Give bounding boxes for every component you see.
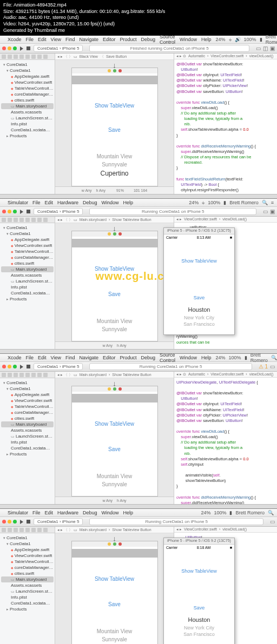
- assistant-editor[interactable]: ◂ ▸ ⊙ Automatic › ViewController.swift ›…: [174, 53, 277, 194]
- nav-storyboard[interactable]: Main.storyboard: [1, 421, 54, 427]
- city-picker[interactable]: Mountain View Sunnyvale: [72, 624, 157, 644]
- interface-builder[interactable]: ◂ ▸ 〈 〉 ▭ Main.storyboard › Show Tablevi…: [55, 527, 174, 644]
- menu-item[interactable]: File: [32, 510, 41, 515]
- nav-products[interactable]: Products: [1, 296, 54, 302]
- size-class-bar[interactable]: w Any h Any: [55, 497, 174, 504]
- editor-mode-icon[interactable]: ▭: [270, 364, 275, 370]
- ib-jumpbar[interactable]: ◂ ▸ 〈 〉 ▭ Main.storyboard › Show Tablevi…: [55, 527, 174, 533]
- assistant-icon[interactable]: ◫: [263, 45, 268, 51]
- nav-launchscreen[interactable]: LaunchScreen.storyboard: [1, 588, 54, 594]
- nav-file[interactable]: cities.swift: [1, 260, 54, 266]
- show-tableview-button[interactable]: Show TableView: [72, 264, 157, 274]
- nav-products[interactable]: Products: [1, 133, 54, 139]
- save-button[interactable]: Save: [72, 289, 157, 299]
- search-icon[interactable]: 🔍: [271, 355, 277, 360]
- menu-item[interactable]: View: [51, 355, 61, 360]
- nav-launchscreen[interactable]: LaunchScreen.storyboard: [1, 115, 54, 121]
- project-navigator[interactable]: CoreData1 CoreData1 AppDelegate.swift Vi…: [0, 527, 55, 644]
- mac-menubar[interactable]: Simulator File Edit Hardware Debug Windo…: [0, 199, 277, 207]
- sim-show-button[interactable]: Show TableView: [164, 256, 234, 266]
- scheme-selector[interactable]: CoreData1 › iPhone 5: [34, 518, 83, 525]
- nav-plist[interactable]: Info.plist: [1, 121, 54, 127]
- editor-mode-icon[interactable]: ▭: [256, 45, 261, 51]
- sim-titlebar[interactable]: iPhone 5 - iPhone 5 / iOS 9.2 (13C75): [164, 538, 234, 545]
- nav-assets[interactable]: Assets.xcassets: [1, 272, 54, 278]
- nav-project[interactable]: CoreData1: [1, 380, 54, 386]
- interface-builder[interactable]: ◂ ▸ 〈 〉 ▭ Main.storyboard › Show Tablevi…: [55, 372, 174, 504]
- ios-simulator-window[interactable]: iPhone 5 - iPhone 5 / iOS 9.2 (13C75) Ca…: [163, 538, 235, 644]
- nav-storyboard[interactable]: Main.storyboard: [1, 576, 54, 582]
- stop-button[interactable]: [27, 365, 30, 368]
- menu-item[interactable]: Edit: [45, 510, 54, 515]
- editor-jumpbar[interactable]: ◂ ▸ ViewController.swift › viewDidLoad(): [174, 217, 277, 222]
- nav-launchscreen[interactable]: LaunchScreen.storyboard: [1, 433, 54, 439]
- nav-file[interactable]: coreDataManager.swift: [1, 91, 54, 97]
- run-button[interactable]: [20, 520, 23, 524]
- nav-storyboard[interactable]: Main.storyboard: [1, 266, 54, 272]
- nav-group[interactable]: CoreData1: [1, 386, 54, 392]
- menu-item[interactable]: Source Control: [160, 352, 175, 363]
- nav-file[interactable]: cities.swift: [1, 571, 54, 576]
- sim-show-button[interactable]: Show TableView: [164, 566, 234, 576]
- ib-scene[interactable]: Show TableView Save Mountain View Sunnyv…: [71, 231, 158, 341]
- show-tableview-button[interactable]: Show TableView: [72, 100, 157, 111]
- nav-plist[interactable]: Info.plist: [1, 594, 54, 600]
- menu-item[interactable]: Xcode: [8, 37, 22, 42]
- nav-file[interactable]: TableViewController.swift: [1, 249, 54, 254]
- sim-picker[interactable]: Houston New York City San Francisco: [164, 613, 234, 641]
- city-picker[interactable]: Mountain View Sunnyvale: [72, 469, 157, 492]
- window-controls[interactable]: [2, 365, 17, 368]
- nav-file[interactable]: TableViewController.swift: [1, 85, 54, 91]
- menu-item[interactable]: File: [26, 355, 34, 360]
- panels-icon[interactable]: ▣: [270, 45, 275, 51]
- editor-jumpbar[interactable]: ◂ ▸ ⊙ Automatic › ViewController.swift ›…: [174, 372, 277, 377]
- nav-datamodel[interactable]: CoreData1.xcdatamodeld: [1, 445, 54, 451]
- navigator-tabs[interactable]: [0, 372, 55, 378]
- scheme-selector[interactable]: CoreData1 › iPhone 5: [34, 45, 83, 52]
- editor-mode-icon[interactable]: ▭: [270, 519, 275, 525]
- nav-file[interactable]: coreDataManager.swift: [1, 565, 54, 571]
- nav-launchscreen[interactable]: LaunchScreen.storyboard: [1, 278, 54, 284]
- menu-item[interactable]: Simulator: [8, 200, 28, 205]
- search-icon[interactable]: 🔍: [262, 200, 268, 205]
- scheme-selector[interactable]: CoreData1 › iPhone 5: [34, 208, 83, 215]
- warning-icon[interactable]: ⚠ 1: [259, 364, 268, 370]
- menu-item[interactable]: Help: [201, 37, 212, 42]
- menu-item[interactable]: Window: [180, 355, 197, 360]
- menu-item[interactable]: Edit: [38, 37, 47, 42]
- nav-assets[interactable]: Assets.xcassets: [1, 427, 54, 433]
- menu-item[interactable]: Help: [123, 510, 134, 515]
- nav-plist[interactable]: Info.plist: [1, 284, 54, 290]
- ib-jumpbar[interactable]: ◂ ▸ 〈 〉 ▭ Black View 〈 Save Button: [55, 53, 174, 60]
- stop-button[interactable]: [27, 46, 30, 50]
- scheme-selector[interactable]: CoreData1 › iPhone 5: [34, 363, 83, 370]
- save-button[interactable]: Save: [72, 125, 157, 135]
- menu-item[interactable]: Edit: [38, 355, 47, 360]
- window-controls[interactable]: [2, 210, 17, 213]
- menu-item[interactable]: Editor: [103, 37, 116, 42]
- menu-item[interactable]: Product: [120, 37, 136, 42]
- nav-file[interactable]: coreDataManager.swift: [1, 410, 54, 415]
- run-button[interactable]: [20, 365, 23, 369]
- nav-products[interactable]: Products: [1, 606, 54, 612]
- nav-file[interactable]: AppDelegate.swift: [1, 237, 54, 243]
- nav-datamodel[interactable]: CoreData1.xcdatamodeld: [1, 600, 54, 606]
- nav-assets[interactable]: Assets.xcassets: [1, 109, 54, 115]
- run-button[interactable]: [20, 46, 23, 51]
- size-class-bar[interactable]: w Any h Any 91% 101 164: [55, 186, 174, 194]
- nav-datamodel[interactable]: CoreData1.xcdatamodeld: [1, 127, 54, 133]
- menu-item[interactable]: Debug: [83, 510, 97, 515]
- nav-products[interactable]: Products: [1, 451, 54, 457]
- nav-file[interactable]: TableViewController.swift: [1, 404, 54, 410]
- nav-file[interactable]: AppDelegate.swift: [1, 73, 54, 79]
- show-tableview-button[interactable]: Show TableView: [72, 574, 157, 584]
- menu-item[interactable]: Navigate: [79, 355, 98, 360]
- menu-icon[interactable]: ≡: [271, 200, 274, 205]
- window-controls[interactable]: [2, 46, 17, 50]
- nav-file[interactable]: ViewController.swift: [1, 398, 54, 404]
- mac-menubar[interactable]: Xcode File Edit View Find Navigate Edito…: [0, 36, 277, 44]
- sim-save-button[interactable]: Save: [164, 293, 234, 303]
- nav-file[interactable]: cities.swift: [1, 97, 54, 103]
- nav-group[interactable]: CoreData1: [1, 231, 54, 237]
- nav-file[interactable]: ViewController.swift: [1, 79, 54, 85]
